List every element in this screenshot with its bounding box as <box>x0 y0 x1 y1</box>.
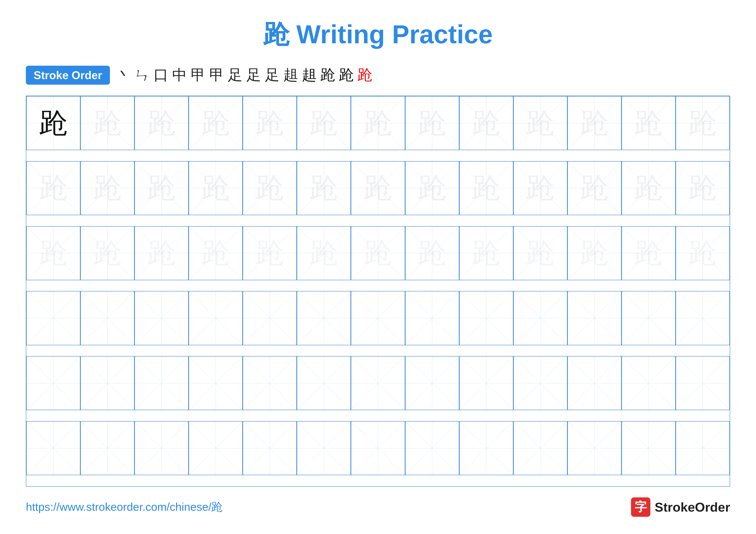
grid-cell-5-1[interactable] <box>80 421 134 475</box>
grid-cell-3-10[interactable] <box>567 291 622 345</box>
grid-cell-1-1[interactable]: 跄 <box>80 161 134 215</box>
grid-cell-0-0[interactable]: 跄 <box>26 96 80 150</box>
grid-cell-1-5[interactable]: 跄 <box>297 161 351 215</box>
grid-cell-3-3[interactable] <box>189 291 243 345</box>
grid-cell-0-10[interactable]: 跄 <box>567 96 622 150</box>
grid-cell-5-10[interactable] <box>567 421 622 475</box>
grid-cell-3-6[interactable] <box>351 291 405 345</box>
grid-cell-0-9[interactable]: 跄 <box>513 96 567 150</box>
grid-cell-2-6[interactable]: 跄 <box>351 226 405 280</box>
practice-char-ghost-0-10: 跄 <box>580 109 608 137</box>
grid-cell-5-8[interactable] <box>459 421 513 475</box>
stroke-order-badge: Stroke Order <box>26 66 110 85</box>
grid-cell-0-4[interactable]: 跄 <box>243 96 297 150</box>
grid-cell-5-2[interactable] <box>134 421 189 475</box>
grid-cell-2-9[interactable]: 跄 <box>513 226 567 280</box>
grid-cell-5-12[interactable] <box>676 421 730 475</box>
practice-char-ghost-1-10: 跄 <box>580 174 608 202</box>
grid-cell-3-0[interactable] <box>26 291 80 345</box>
grid-cell-2-2[interactable]: 跄 <box>134 226 189 280</box>
grid-cell-1-8[interactable]: 跄 <box>459 161 513 215</box>
grid-cell-1-9[interactable]: 跄 <box>513 161 567 215</box>
grid-cell-5-5[interactable] <box>297 421 351 475</box>
svg-line-81 <box>81 292 134 345</box>
grid-cell-0-12[interactable]: 跄 <box>676 96 730 150</box>
svg-line-99 <box>568 292 621 345</box>
grid-cell-2-3[interactable]: 跄 <box>189 226 243 280</box>
svg-line-98 <box>568 292 621 345</box>
grid-cell-4-6[interactable] <box>351 356 405 410</box>
grid-cell-0-3[interactable]: 跄 <box>189 96 243 150</box>
grid-cell-4-10[interactable] <box>567 356 622 410</box>
grid-cell-2-0[interactable]: 跄 <box>26 226 80 280</box>
svg-line-90 <box>351 292 405 345</box>
grid-cell-4-11[interactable] <box>622 356 676 410</box>
grid-cell-5-11[interactable] <box>622 421 676 475</box>
svg-line-94 <box>460 292 513 345</box>
grid-cell-4-7[interactable] <box>405 356 459 410</box>
grid-cell-3-5[interactable] <box>297 291 351 345</box>
grid-cell-2-11[interactable]: 跄 <box>622 226 676 280</box>
practice-char-ghost-2-11: 跄 <box>634 239 662 267</box>
grid-cell-4-12[interactable] <box>676 356 730 410</box>
grid-cell-4-0[interactable] <box>26 356 80 410</box>
grid-cell-0-8[interactable]: 跄 <box>459 96 513 150</box>
practice-char-ghost-1-7: 跄 <box>418 174 446 202</box>
practice-char-ghost-2-1: 跄 <box>94 239 122 267</box>
grid-cell-0-5[interactable]: 跄 <box>297 96 351 150</box>
grid-cell-1-4[interactable]: 跄 <box>243 161 297 215</box>
grid-cell-1-0[interactable]: 跄 <box>26 161 80 215</box>
grid-cell-3-2[interactable] <box>134 291 189 345</box>
grid-cell-0-11[interactable]: 跄 <box>622 96 676 150</box>
grid-cell-4-4[interactable] <box>243 356 297 410</box>
grid-cell-3-9[interactable] <box>513 291 567 345</box>
grid-cell-1-12[interactable]: 跄 <box>676 161 730 215</box>
grid-cell-2-12[interactable]: 跄 <box>676 226 730 280</box>
grid-cell-5-6[interactable] <box>351 421 405 475</box>
svg-line-103 <box>676 292 729 345</box>
footer: https://www.strokeorder.com/chinese/跄 字 … <box>26 497 730 517</box>
grid-cell-3-1[interactable] <box>80 291 134 345</box>
grid-cell-1-6[interactable]: 跄 <box>351 161 405 215</box>
grid-cell-2-7[interactable]: 跄 <box>405 226 459 280</box>
grid-cell-2-4[interactable]: 跄 <box>243 226 297 280</box>
grid-cell-5-0[interactable] <box>26 421 80 475</box>
grid-cell-5-9[interactable] <box>513 421 567 475</box>
grid-cell-4-1[interactable] <box>80 356 134 410</box>
grid-cell-4-5[interactable] <box>297 356 351 410</box>
svg-line-146 <box>460 421 513 475</box>
stroke-char-9: 趄 <box>284 65 298 85</box>
grid-cell-1-7[interactable]: 跄 <box>405 161 459 215</box>
grid-cell-5-4[interactable] <box>243 421 297 475</box>
grid-cell-3-7[interactable] <box>405 291 459 345</box>
practice-char-ghost-0-8: 跄 <box>472 109 500 137</box>
grid-cell-2-8[interactable]: 跄 <box>459 226 513 280</box>
grid-cell-4-2[interactable] <box>134 356 189 410</box>
grid-cell-5-3[interactable] <box>189 421 243 475</box>
grid-cell-4-8[interactable] <box>459 356 513 410</box>
grid-cell-2-1[interactable]: 跄 <box>80 226 134 280</box>
grid-cell-2-5[interactable]: 跄 <box>297 226 351 280</box>
svg-line-126 <box>622 357 675 410</box>
practice-char-ghost-1-6: 跄 <box>364 174 392 202</box>
grid-cell-3-8[interactable] <box>459 291 513 345</box>
svg-line-113 <box>243 357 296 410</box>
grid-cell-0-6[interactable]: 跄 <box>351 96 405 150</box>
grid-cell-0-2[interactable]: 跄 <box>134 96 189 150</box>
grid-cell-0-7[interactable]: 跄 <box>405 96 459 150</box>
stroke-char-6: 足 <box>228 65 242 85</box>
grid-cell-3-4[interactable] <box>243 291 297 345</box>
grid-cell-1-10[interactable]: 跄 <box>567 161 622 215</box>
grid-cell-1-11[interactable]: 跄 <box>622 161 676 215</box>
grid-cell-4-3[interactable] <box>189 356 243 410</box>
footer-url[interactable]: https://www.strokeorder.com/chinese/跄 <box>26 499 223 515</box>
grid-cell-4-9[interactable] <box>513 356 567 410</box>
grid-cell-1-2[interactable]: 跄 <box>134 161 189 215</box>
grid-cell-3-12[interactable] <box>676 291 730 345</box>
practice-char-ghost-2-2: 跄 <box>148 239 176 267</box>
grid-cell-3-11[interactable] <box>622 291 676 345</box>
grid-cell-2-10[interactable]: 跄 <box>567 226 622 280</box>
grid-cell-1-3[interactable]: 跄 <box>189 161 243 215</box>
grid-cell-5-7[interactable] <box>405 421 459 475</box>
grid-cell-0-1[interactable]: 跄 <box>80 96 134 150</box>
